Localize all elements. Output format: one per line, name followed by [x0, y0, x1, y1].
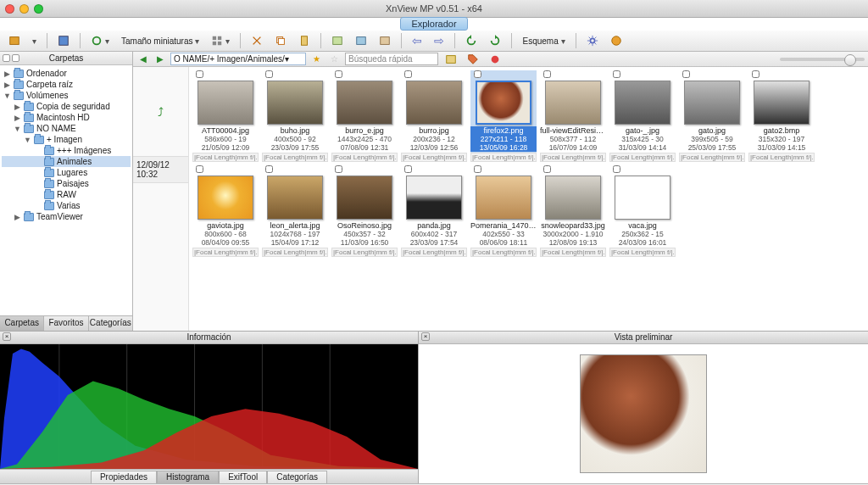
tree-node[interactable]: Lugares: [2, 167, 131, 178]
thumb-checkbox[interactable]: [613, 165, 620, 173]
thumb-checkbox[interactable]: [752, 70, 760, 78]
thumb-checkbox[interactable]: [543, 70, 551, 78]
close-icon[interactable]: ×: [3, 332, 11, 341]
tree-node[interactable]: ▶Copia de seguridad: [2, 101, 131, 112]
thumb-checkbox[interactable]: [335, 70, 342, 78]
image-button[interactable]: [328, 33, 347, 48]
tree-node[interactable]: Paisajes: [2, 178, 131, 189]
image-button[interactable]: [352, 33, 370, 48]
sidebar-tab[interactable]: Carpetas: [0, 316, 44, 331]
zoom-icon[interactable]: [34, 4, 43, 14]
thumb-date: 12/03/09 12:56: [401, 143, 467, 152]
save-button[interactable]: [54, 33, 73, 48]
thumbnail-cell[interactable]: burro.jpg200x236 - 1212/03/09 12:56|Foca…: [401, 70, 467, 162]
thumbnail-cell[interactable]: gato.jpg399x505 - 5925/03/09 17:55|Focal…: [679, 70, 745, 162]
sidebar-tab[interactable]: Favoritos: [44, 316, 88, 331]
tree-node[interactable]: Animales: [2, 156, 131, 167]
info-tab[interactable]: Propiedades: [91, 471, 157, 483]
thumb-checkbox[interactable]: [404, 70, 412, 78]
thumb-size-slider[interactable]: [780, 58, 865, 61]
thumb-checkbox[interactable]: [335, 165, 342, 173]
path-input[interactable]: O NAME/+ Imagen/Animales/ ▾: [170, 53, 306, 65]
thumb-date: 16/07/09 14:09: [540, 143, 606, 152]
tree-node[interactable]: RAW: [2, 189, 131, 200]
thumbnail-cell[interactable]: ATT00004.jpg586x600 - 1921/05/09 12:09|F…: [192, 70, 259, 162]
nav-fwd-button[interactable]: ⇨: [431, 32, 448, 49]
thumbnail-cell[interactable]: leon_alerta.jpg1024x768 - 19715/04/09 17…: [262, 165, 328, 257]
collapse-icon[interactable]: [3, 54, 10, 62]
close-icon[interactable]: [12, 54, 19, 62]
tree-node[interactable]: Varias: [2, 200, 131, 211]
nav-back-button[interactable]: ◀: [136, 53, 150, 65]
thumb-checkbox[interactable]: [543, 165, 551, 173]
filter-button[interactable]: [442, 52, 460, 67]
info-header: × Información: [0, 332, 418, 344]
star-outline-icon[interactable]: ☆: [327, 53, 342, 65]
thumbnail-cell[interactable]: gaviota.jpg800x600 - 6808/04/09 09:55|Fo…: [192, 165, 259, 257]
about-button[interactable]: [607, 33, 626, 48]
thumb-size-menu[interactable]: Tamaño miniaturas ▾: [118, 35, 203, 47]
info-tab[interactable]: Histograma: [157, 471, 219, 483]
mode-explorer-pill[interactable]: Explorador: [400, 17, 467, 31]
thumbnail-cell[interactable]: gato-_.jpg315x425 - 3031/03/09 14:14|Foc…: [609, 70, 676, 162]
close-icon[interactable]: [5, 4, 14, 14]
minimize-icon[interactable]: [19, 4, 29, 14]
thumb-filename: burro.jpg: [401, 126, 467, 135]
thumbnail-cell[interactable]: panda.jpg600x402 - 31723/03/09 17:54|Foc…: [401, 165, 467, 257]
thumb-checkbox[interactable]: [265, 70, 273, 78]
tree-node[interactable]: ▼Volúmenes: [2, 90, 131, 101]
thumbnail-cell[interactable]: Pomerania_1470[1].jpg402x550 - 3308/06/0…: [470, 165, 537, 257]
folder-icon: [14, 92, 24, 100]
thumb-checkbox[interactable]: [474, 165, 481, 173]
thumbnail-cell[interactable]: firefox2.png227x211 - 11813/05/09 16:28|…: [470, 70, 537, 162]
nav-back-button[interactable]: ⇦: [409, 32, 426, 49]
thumb-filename: OsoReinoso.jpg: [331, 221, 398, 230]
thumbnail-cell[interactable]: gato2.bmp315x320 - 19731/03/09 14:15|Foc…: [748, 70, 815, 162]
nav-fwd-button[interactable]: ▶: [153, 53, 167, 65]
star-icon[interactable]: ★: [309, 53, 324, 65]
thumb-checkbox[interactable]: [196, 70, 203, 78]
tool-button[interactable]: [5, 33, 24, 48]
thumbnail-cell[interactable]: burro_e.jpg1443x2425 - 47007/08/09 12:31…: [331, 70, 398, 162]
copy-button[interactable]: [271, 33, 290, 48]
close-icon[interactable]: ×: [421, 332, 430, 341]
tree-node[interactable]: ▶Macintosh HD: [2, 112, 131, 123]
tree-node[interactable]: ▶TeamViewer: [2, 211, 131, 222]
tree-node[interactable]: ▶Ordenador: [2, 68, 131, 79]
scheme-menu[interactable]: Esquema ▾: [519, 35, 568, 47]
refresh-button[interactable]: ▾: [87, 33, 113, 48]
folder-icon: [24, 125, 34, 133]
tree-node[interactable]: ▼+ Imagen: [2, 134, 131, 145]
folder-tree[interactable]: ▶Ordenador▶Carpeta raíz▼Volúmenes▶Copia …: [0, 65, 132, 315]
go-up-icon[interactable]: ⤴: [158, 105, 164, 119]
settings-button[interactable]: [583, 33, 602, 48]
rotate-right-button[interactable]: [486, 33, 504, 48]
thumbnail-cell[interactable]: full-viewEditResize.gif508x377 - 11216/0…: [540, 70, 606, 162]
thumbnail-cell[interactable]: OsoReinoso.jpg450x357 - 3211/03/09 16:50…: [331, 165, 398, 257]
thumb-checkbox[interactable]: [613, 70, 620, 78]
tree-node[interactable]: ▶Carpeta raíz: [2, 79, 131, 90]
thumb-checkbox[interactable]: [265, 165, 273, 173]
thumb-dim: 400x500 - 92: [262, 135, 328, 143]
tag-button[interactable]: [464, 52, 482, 67]
paste-button[interactable]: [295, 33, 314, 48]
image-button[interactable]: [376, 33, 394, 48]
thumb-checkbox[interactable]: [682, 70, 690, 78]
rotate-left-button[interactable]: [462, 33, 481, 48]
sidebar-tab[interactable]: Categorías: [89, 316, 132, 331]
view-button[interactable]: ▾: [208, 33, 233, 48]
thumbnail-cell[interactable]: snowleopard33.jpg3000x2000 - 1.91012/08/…: [540, 165, 606, 257]
color-button[interactable]: [486, 52, 504, 67]
dropdown-icon[interactable]: ▾: [29, 35, 40, 47]
tree-node[interactable]: ▼NO NAME: [2, 123, 131, 134]
cut-button[interactable]: [248, 33, 266, 48]
info-tab[interactable]: ExifTool: [219, 471, 267, 483]
tree-node[interactable]: +++ Imágenes: [2, 145, 131, 156]
thumbnail-cell[interactable]: vaca.jpg250x362 - 1524/03/09 16:01|Focal…: [609, 165, 676, 257]
thumb-checkbox[interactable]: [196, 165, 203, 173]
thumb-checkbox[interactable]: [404, 165, 412, 173]
thumbnail-cell[interactable]: buho.jpg400x500 - 9223/03/09 17:55|Focal…: [262, 70, 328, 162]
thumb-checkbox[interactable]: [474, 70, 481, 78]
info-tab[interactable]: Categorías: [267, 471, 327, 483]
search-input[interactable]: Búsqueda rápida: [345, 53, 438, 65]
